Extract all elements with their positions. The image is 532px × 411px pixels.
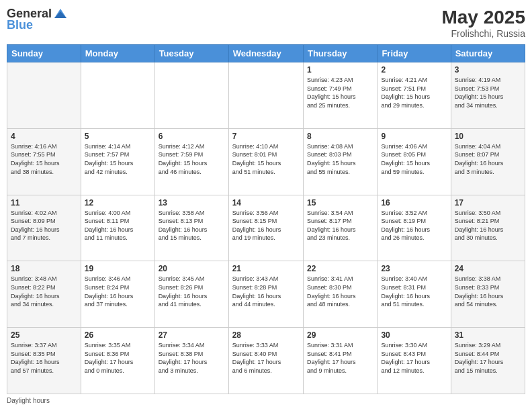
day-info: Sunrise: 3:46 AM Sunset: 8:24 PM Dayligh… [85,275,151,308]
day-cell: 9Sunrise: 4:06 AM Sunset: 8:05 PM Daylig… [378,128,451,195]
day-number: 16 [381,198,447,208]
day-cell: 7Sunrise: 4:10 AM Sunset: 8:01 PM Daylig… [228,128,303,195]
footer-note: Daylight hours [7,397,525,404]
day-info: Sunrise: 3:37 AM Sunset: 8:35 PM Dayligh… [11,341,77,375]
week-row-4: 18Sunrise: 3:48 AM Sunset: 8:22 PM Dayli… [7,261,525,328]
daylight-note: Daylight hours [7,397,50,404]
day-number: 10 [455,132,521,141]
day-number: 11 [11,198,77,208]
day-info: Sunrise: 3:48 AM Sunset: 8:22 PM Dayligh… [11,275,77,308]
day-number: 27 [159,330,225,340]
day-number: 29 [307,330,373,340]
day-cell: 22Sunrise: 3:41 AM Sunset: 8:30 PM Dayli… [303,261,377,328]
day-info: Sunrise: 4:08 AM Sunset: 8:03 PM Dayligh… [307,142,373,176]
day-cell: 3Sunrise: 4:19 AM Sunset: 7:53 PM Daylig… [451,62,525,129]
day-info: Sunrise: 3:35 AM Sunset: 8:36 PM Dayligh… [85,341,151,375]
day-cell [228,62,303,129]
day-number: 24 [455,264,521,273]
day-info: Sunrise: 4:12 AM Sunset: 7:59 PM Dayligh… [159,142,225,176]
day-cell: 6Sunrise: 4:12 AM Sunset: 7:59 PM Daylig… [154,128,228,195]
day-info: Sunrise: 3:50 AM Sunset: 8:21 PM Dayligh… [455,209,521,242]
day-cell: 17Sunrise: 3:50 AM Sunset: 8:21 PM Dayli… [451,195,525,261]
day-cell [154,62,228,129]
logo-blue: Blue [7,18,33,32]
title-block: May 2025 Frolishchi, Russia [441,7,525,39]
col-header-saturday: Saturday [451,45,525,62]
col-header-monday: Monday [81,45,154,62]
day-info: Sunrise: 3:58 AM Sunset: 8:13 PM Dayligh… [159,209,225,242]
day-number: 28 [232,330,300,340]
day-info: Sunrise: 4:21 AM Sunset: 7:51 PM Dayligh… [381,76,447,109]
day-cell: 20Sunrise: 3:45 AM Sunset: 8:26 PM Dayli… [154,261,228,328]
day-number: 2 [381,65,447,75]
day-number: 22 [307,264,373,273]
day-number: 13 [159,198,225,208]
day-cell: 21Sunrise: 3:43 AM Sunset: 8:28 PM Dayli… [228,261,303,328]
header: General Blue May 2025 Frolishchi, Russia [7,7,525,39]
day-number: 21 [232,264,300,273]
col-header-thursday: Thursday [303,45,377,62]
day-number: 15 [307,198,373,208]
day-info: Sunrise: 4:16 AM Sunset: 7:55 PM Dayligh… [11,142,77,176]
logo-icon [53,6,68,21]
day-number: 20 [159,264,225,273]
day-cell: 30Sunrise: 3:30 AM Sunset: 8:43 PM Dayli… [378,328,451,394]
page: General Blue May 2025 Frolishchi, Russia… [0,0,532,411]
day-info: Sunrise: 3:43 AM Sunset: 8:28 PM Dayligh… [232,275,300,308]
week-row-5: 25Sunrise: 3:37 AM Sunset: 8:35 PM Dayli… [7,328,525,394]
day-info: Sunrise: 3:30 AM Sunset: 8:43 PM Dayligh… [381,341,447,375]
day-number: 7 [232,132,300,141]
day-cell: 28Sunrise: 3:33 AM Sunset: 8:40 PM Dayli… [228,328,303,394]
day-info: Sunrise: 4:02 AM Sunset: 8:09 PM Dayligh… [11,209,77,242]
day-cell: 8Sunrise: 4:08 AM Sunset: 8:03 PM Daylig… [303,128,377,195]
col-header-sunday: Sunday [7,45,81,62]
day-cell: 1Sunrise: 4:23 AM Sunset: 7:49 PM Daylig… [303,62,377,129]
calendar: SundayMondayTuesdayWednesdayThursdayFrid… [7,44,525,394]
day-cell: 26Sunrise: 3:35 AM Sunset: 8:36 PM Dayli… [81,328,154,394]
day-cell [7,62,81,129]
day-cell [81,62,154,129]
day-cell: 18Sunrise: 3:48 AM Sunset: 8:22 PM Dayli… [7,261,81,328]
calendar-header-row: SundayMondayTuesdayWednesdayThursdayFrid… [7,45,525,62]
day-info: Sunrise: 3:38 AM Sunset: 8:33 PM Dayligh… [455,275,521,308]
day-info: Sunrise: 4:19 AM Sunset: 7:53 PM Dayligh… [455,76,521,109]
day-number: 12 [85,198,151,208]
day-cell: 11Sunrise: 4:02 AM Sunset: 8:09 PM Dayli… [7,195,81,261]
day-cell: 25Sunrise: 3:37 AM Sunset: 8:35 PM Dayli… [7,328,81,394]
day-cell: 2Sunrise: 4:21 AM Sunset: 7:51 PM Daylig… [378,62,451,129]
month-year: May 2025 [441,7,525,28]
day-cell: 15Sunrise: 3:54 AM Sunset: 8:17 PM Dayli… [303,195,377,261]
day-number: 1 [307,65,373,75]
day-info: Sunrise: 4:14 AM Sunset: 7:57 PM Dayligh… [85,142,151,176]
week-row-2: 4Sunrise: 4:16 AM Sunset: 7:55 PM Daylig… [7,128,525,195]
day-cell: 10Sunrise: 4:04 AM Sunset: 8:07 PM Dayli… [451,128,525,195]
col-header-wednesday: Wednesday [228,45,303,62]
day-cell: 4Sunrise: 4:16 AM Sunset: 7:55 PM Daylig… [7,128,81,195]
day-cell: 12Sunrise: 4:00 AM Sunset: 8:11 PM Dayli… [81,195,154,261]
day-info: Sunrise: 4:23 AM Sunset: 7:49 PM Dayligh… [307,76,373,109]
day-cell: 31Sunrise: 3:29 AM Sunset: 8:44 PM Dayli… [451,328,525,394]
day-cell: 23Sunrise: 3:40 AM Sunset: 8:31 PM Dayli… [378,261,451,328]
day-number: 26 [85,330,151,340]
col-header-tuesday: Tuesday [154,45,228,62]
day-info: Sunrise: 4:06 AM Sunset: 8:05 PM Dayligh… [381,142,447,176]
day-cell: 5Sunrise: 4:14 AM Sunset: 7:57 PM Daylig… [81,128,154,195]
day-number: 4 [11,132,77,141]
day-info: Sunrise: 3:45 AM Sunset: 8:26 PM Dayligh… [159,275,225,308]
week-row-3: 11Sunrise: 4:02 AM Sunset: 8:09 PM Dayli… [7,195,525,261]
day-info: Sunrise: 3:54 AM Sunset: 8:17 PM Dayligh… [307,209,373,242]
day-number: 23 [381,264,447,273]
day-info: Sunrise: 3:33 AM Sunset: 8:40 PM Dayligh… [232,341,300,375]
day-number: 25 [11,330,77,340]
day-cell: 13Sunrise: 3:58 AM Sunset: 8:13 PM Dayli… [154,195,228,261]
day-info: Sunrise: 3:40 AM Sunset: 8:31 PM Dayligh… [381,275,447,308]
day-info: Sunrise: 4:04 AM Sunset: 8:07 PM Dayligh… [455,142,521,176]
day-info: Sunrise: 3:56 AM Sunset: 8:15 PM Dayligh… [232,209,300,242]
day-number: 6 [159,132,225,141]
day-number: 9 [381,132,447,141]
day-number: 8 [307,132,373,141]
day-info: Sunrise: 3:41 AM Sunset: 8:30 PM Dayligh… [307,275,373,308]
day-info: Sunrise: 3:31 AM Sunset: 8:41 PM Dayligh… [307,341,373,375]
day-number: 30 [381,330,447,340]
day-cell: 24Sunrise: 3:38 AM Sunset: 8:33 PM Dayli… [451,261,525,328]
